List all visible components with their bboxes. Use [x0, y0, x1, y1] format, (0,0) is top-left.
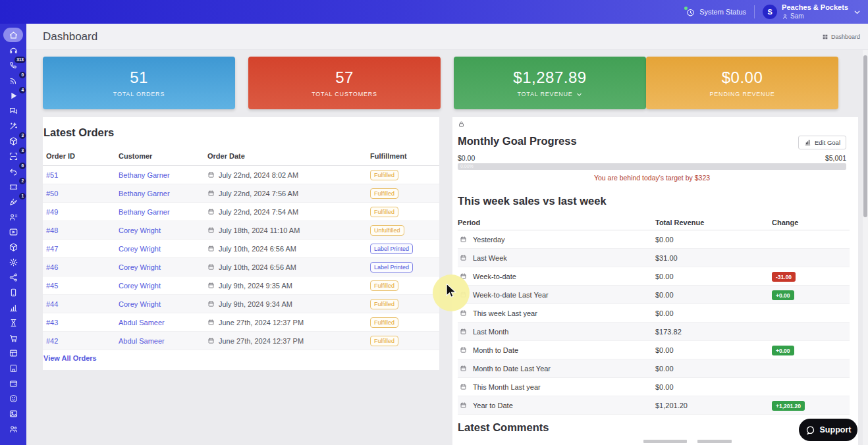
- calendar-icon: [460, 309, 467, 317]
- sidebar-item-tickets[interactable]: 2: [3, 179, 23, 194]
- stat-card[interactable]: $1,287.89 TOTAL REVENUE: [454, 57, 646, 109]
- chevron-down-icon: [853, 8, 861, 16]
- col-fulfillment: Fulfillment: [367, 152, 439, 160]
- sidebar-icon: [9, 76, 18, 86]
- revenue-value: $0.00: [655, 365, 772, 373]
- mouse-cursor: [445, 284, 457, 298]
- order-id-link[interactable]: #49: [46, 208, 58, 216]
- sales-row: Year to Date $1,201.20 +1,201.20: [458, 396, 850, 415]
- order-id-link[interactable]: #42: [46, 337, 58, 345]
- stat-card[interactable]: 57 TOTAL CUSTOMERS: [248, 57, 441, 109]
- sidebar-item-media[interactable]: 4: [3, 88, 23, 103]
- sidebar-icon: [9, 348, 18, 358]
- edit-goal-button[interactable]: Edit Goal: [798, 136, 846, 149]
- sidebar-item-storefront[interactable]: [3, 361, 23, 376]
- sidebar-item-video[interactable]: [3, 224, 23, 240]
- view-all-orders-link[interactable]: View All Orders: [43, 354, 97, 362]
- customer-link[interactable]: Bethany Garner: [119, 171, 170, 179]
- page-header: Dashboard Dashboard: [26, 24, 868, 50]
- sidebar-item-automation[interactable]: [3, 118, 23, 134]
- sidebar-icon: [9, 379, 18, 388]
- sidebar-item-inventory[interactable]: [3, 240, 23, 255]
- page-title: Dashboard: [43, 30, 97, 43]
- stat-card[interactable]: $0.00 PENDING REVENUE: [646, 57, 838, 109]
- period-label: This week Last year: [473, 309, 537, 317]
- sales-row: This Month Last year $0.00: [458, 378, 850, 396]
- order-id-link[interactable]: #48: [46, 226, 58, 234]
- order-id-link[interactable]: #43: [46, 319, 58, 327]
- sidebar-item-support[interactable]: [3, 43, 23, 58]
- goal-min: $0.00: [458, 154, 475, 162]
- sidebar-item-contacts[interactable]: [3, 209, 23, 224]
- orders-table-header: Order ID Customer Order Date Fulfillment: [43, 146, 439, 166]
- sidebar-item-team[interactable]: [3, 421, 23, 436]
- sidebar-item-products[interactable]: 3: [3, 134, 23, 149]
- calendar-icon: [207, 263, 215, 271]
- customer-link[interactable]: Corey Wright: [119, 282, 161, 290]
- sidebar-item-home[interactable]: [3, 28, 23, 42]
- org-name: Peaches & Pockets: [782, 3, 848, 13]
- customer-link[interactable]: Bethany Garner: [119, 190, 170, 197]
- sidebar-item-conversations[interactable]: [3, 103, 23, 118]
- status-online-dot: [684, 7, 688, 10]
- sidebar-item-feedback[interactable]: [3, 391, 23, 406]
- sidebar-item-billing[interactable]: [3, 346, 23, 361]
- sidebar-item-scan[interactable]: 3: [3, 149, 23, 164]
- fulfillment-badge: Unfulfilled: [370, 225, 404, 236]
- system-status-button[interactable]: System Status: [686, 7, 746, 17]
- customer-link[interactable]: Abdul Sameer: [119, 319, 165, 327]
- sidebar-icon: [9, 288, 18, 298]
- customer-link[interactable]: Abdul Sameer: [119, 337, 165, 345]
- sidebar-item-pending[interactable]: [3, 315, 23, 330]
- order-id-link[interactable]: #44: [46, 300, 58, 308]
- order-date: July 22nd, 2024 7:56 AM: [219, 190, 298, 197]
- sidebar-item-media-library[interactable]: [3, 406, 23, 421]
- order-id-link[interactable]: #50: [46, 190, 58, 197]
- customer-link[interactable]: Corey Wright: [119, 245, 161, 253]
- sidebar-item-calls[interactable]: 313: [3, 58, 23, 73]
- goal-title: Monthly Goal Progress: [458, 135, 577, 147]
- sidebar-item-orders[interactable]: [3, 330, 23, 346]
- order-row: #48 Corey Wright July 18th, 2024 11:10 A…: [43, 221, 439, 240]
- revenue-value: $1,201.20: [655, 402, 772, 409]
- sidebar-item-analytics[interactable]: [3, 300, 23, 315]
- clipped-row-remnant: [697, 440, 732, 443]
- revenue-value: $0.00: [655, 383, 772, 391]
- calendar-icon: [207, 171, 215, 178]
- sidebar: CS 313 0 4: [0, 0, 26, 445]
- sidebar-item-returns[interactable]: 6: [3, 164, 23, 179]
- order-id-link[interactable]: #45: [46, 282, 58, 290]
- order-row: #50 Bethany Garner July 22nd, 2024 7:56 …: [43, 184, 439, 203]
- order-id-link[interactable]: #47: [46, 245, 58, 253]
- order-id-link[interactable]: #51: [46, 171, 58, 179]
- customer-link[interactable]: Corey Wright: [119, 300, 161, 308]
- sidebar-icon: [9, 273, 18, 282]
- calendar-icon: [460, 365, 467, 372]
- calendar-icon: [207, 190, 215, 197]
- sidebar-item-broadcast[interactable]: 0: [3, 73, 23, 88]
- account-menu[interactable]: S Peaches & Pockets Sam: [763, 3, 861, 20]
- calendar-icon: [207, 300, 215, 307]
- sidebar-item-mobile[interactable]: [3, 285, 23, 300]
- customer-link[interactable]: Bethany Garner: [119, 208, 170, 216]
- customer-link[interactable]: Corey Wright: [119, 263, 161, 271]
- breadcrumb-label: Dashboard: [831, 34, 860, 40]
- latest-orders-panel: Latest Orders Order ID Customer Order Da…: [43, 117, 439, 370]
- sidebar-item-settings[interactable]: [3, 255, 23, 270]
- support-button[interactable]: Support: [799, 419, 857, 441]
- calendar-icon: [460, 402, 467, 409]
- period-label: Month to Date: [473, 346, 518, 354]
- sidebar-item-integrations[interactable]: [3, 270, 23, 285]
- customer-link[interactable]: Corey Wright: [119, 226, 161, 234]
- period-label: Year to Date: [473, 402, 513, 409]
- sidebar-item-payments[interactable]: [3, 376, 23, 391]
- order-id-link[interactable]: #46: [46, 263, 58, 271]
- sales-row: Yesterday $0.00: [458, 230, 850, 249]
- stat-card[interactable]: 51 TOTAL ORDERS: [43, 57, 235, 109]
- lock-icon: [458, 120, 465, 128]
- sales-table: Period Total Revenue Change Yesterday $0…: [458, 215, 850, 415]
- chevron-down-icon: [576, 91, 583, 98]
- scrollbar-thumb[interactable]: [863, 55, 867, 217]
- fulfillment-badge: Label Printed: [370, 244, 413, 254]
- sidebar-item-promotions[interactable]: 1: [3, 194, 23, 209]
